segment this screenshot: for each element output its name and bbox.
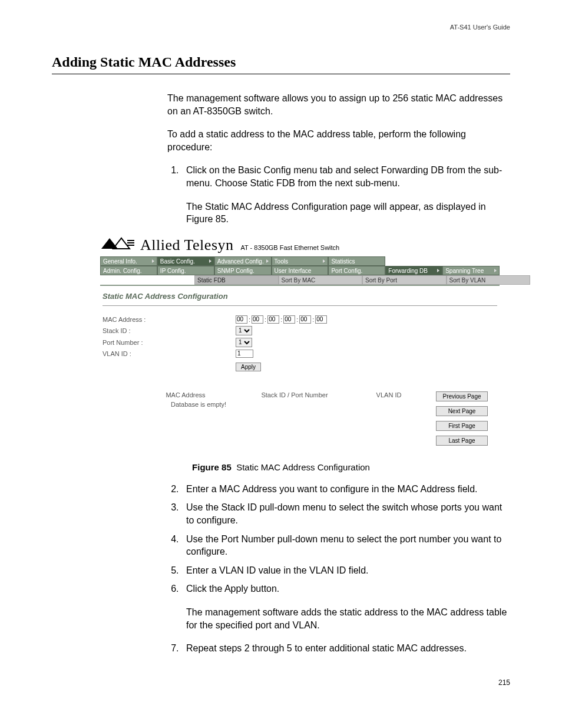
svg-marker-0 — [101, 238, 118, 249]
tab-general-info[interactable]: General Info. — [100, 256, 157, 266]
next-page-button[interactable]: Next Page — [436, 406, 488, 416]
mac-byte-6[interactable] — [315, 315, 327, 324]
header-guide: AT-S41 User's Guide — [52, 24, 510, 31]
vlan-id-input[interactable] — [236, 350, 253, 358]
step-5: Enter a VLAN ID value in the VLAN ID fie… — [181, 564, 510, 577]
tab-advanced-config[interactable]: Advanced Config. — [214, 256, 272, 266]
stack-id-select[interactable]: 1 — [236, 326, 252, 335]
figure-caption: Figure 85 Static MAC Address Configurati… — [52, 462, 510, 472]
port-number-select[interactable]: 1 — [236, 338, 252, 347]
step-3: Use the Stack ID pull-down menu to selec… — [181, 501, 510, 526]
tab-spanning-tree[interactable]: Spanning Tree — [442, 266, 500, 275]
intro-p1: The management software allows you to as… — [167, 92, 510, 117]
figure-caption-text: Static MAC Address Configuration — [236, 462, 370, 472]
step-2: Enter a MAC Address you want to configur… — [181, 483, 510, 496]
tab-port-config[interactable]: Port Config. — [328, 266, 385, 275]
panel-rule — [103, 305, 497, 306]
last-page-button[interactable]: Last Page — [436, 436, 488, 446]
tab-user-interface[interactable]: User Interface — [272, 266, 329, 275]
panel-title: Static MAC Address Configuration — [100, 289, 500, 305]
step-4: Use the Port Number pull-down menu to se… — [181, 533, 510, 558]
figure-label: Figure 85 — [192, 462, 232, 472]
previous-page-button[interactable]: Previous Page — [436, 391, 488, 401]
tab-snmp-config[interactable]: SNMP Config. — [214, 266, 272, 275]
intro-p2: To add a static address to the MAC addre… — [167, 128, 510, 153]
first-page-button[interactable]: First Page — [436, 421, 488, 431]
tab-ip-config[interactable]: IP Config. — [157, 266, 214, 275]
step-7: Repeat steps 2 through 5 to enter additi… — [181, 642, 510, 655]
tab-basic-config[interactable]: Basic Config. — [157, 256, 214, 266]
col-stack-port: Stack ID / Port Number — [236, 391, 353, 398]
tab-sort-by-port[interactable]: Sort By Port — [362, 275, 447, 285]
logo-text: Allied Telesyn — [140, 236, 234, 254]
step-6-note: The management software adds the static … — [186, 606, 510, 631]
tab-static-fdb[interactable]: Static FDB — [194, 275, 279, 285]
vlan-id-label: VLAN ID : — [103, 350, 236, 357]
tab-sort-by-vlan[interactable]: Sort By VLAN — [447, 275, 531, 285]
mac-byte-3[interactable] — [267, 315, 279, 324]
figure-screenshot: Allied Telesyn AT - 8350GB Fast Ethernet… — [100, 236, 500, 450]
mac-byte-4[interactable] — [283, 315, 295, 324]
step-1: Click on the Basic Config menu tab and s… — [181, 164, 510, 189]
port-number-label: Port Number : — [103, 339, 236, 346]
mac-byte-2[interactable] — [252, 315, 263, 324]
tab-forwarding-db[interactable]: Forwarding DB — [385, 266, 442, 275]
mac-byte-1[interactable] — [236, 315, 247, 324]
allied-telesyn-logo-icon — [100, 237, 135, 250]
logo-subtitle: AT - 8350GB Fast Ethernet Switch — [241, 244, 340, 251]
apply-button[interactable]: Apply — [236, 363, 261, 371]
step-1-note: The Static MAC Address Configuration pag… — [186, 200, 510, 226]
step-6: Click the Apply button. — [181, 582, 510, 595]
page-title: Adding Static MAC Addresses — [52, 54, 510, 70]
stack-id-label: Stack ID : — [103, 327, 236, 334]
page-number: 215 — [52, 678, 510, 687]
col-mac-address: MAC Address — [135, 391, 236, 398]
mac-address-label: MAC Address : — [103, 316, 236, 323]
tab-admin-config[interactable]: Admin. Config. — [100, 266, 157, 275]
mac-byte-5[interactable] — [299, 315, 311, 324]
tab-statistics[interactable]: Statistics — [328, 256, 385, 266]
col-vlan-id: VLAN ID — [353, 391, 424, 398]
heading-rule — [52, 74, 510, 74]
tab-tools[interactable]: Tools — [272, 256, 329, 266]
tab-sort-by-mac[interactable]: Sort By MAC — [279, 275, 363, 285]
